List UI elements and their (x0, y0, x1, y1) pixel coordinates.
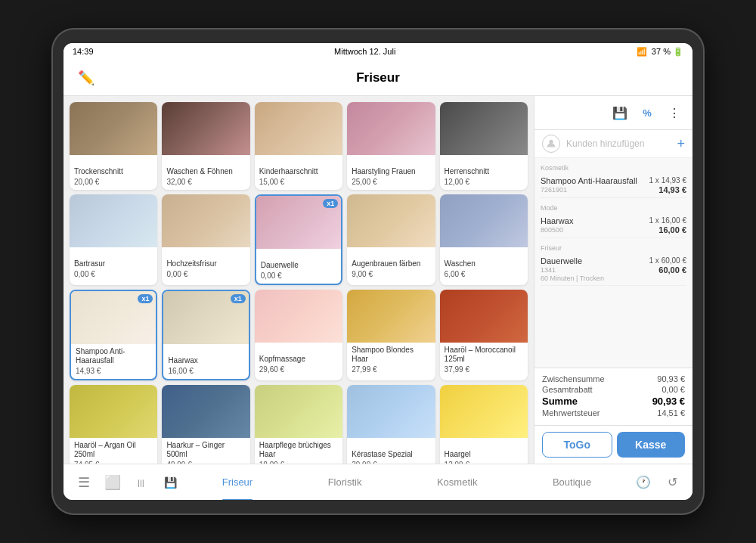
order-item-price: 60,00 € (658, 265, 686, 275)
product-name: Shampoo Anti-Haarausfall (76, 347, 151, 365)
nav-tab-floristik[interactable]: Floristik (321, 464, 370, 501)
product-card[interactable]: Trockenschnitt 20,00 € (70, 102, 157, 190)
order-section-label: Mode (541, 204, 686, 212)
product-card[interactable]: Waschen & Föhnen 32,00 € (162, 102, 249, 190)
product-card[interactable]: Waschen 6,00 € (440, 194, 528, 285)
order-items: Kosmetik Shampoo Anti-Haarausfall 1 x 14… (534, 158, 692, 368)
product-card[interactable]: x1 Dauerwelle 0,00 € (255, 194, 342, 285)
order-section-label: Kosmetik (541, 164, 686, 172)
order-item-code: 800500 (541, 226, 563, 234)
product-info: Shampoo Anti-Haarausfall 14,93 € (71, 344, 156, 379)
order-item-price: 14,93 € (658, 185, 686, 194)
product-card[interactable]: Kérastase Spezial 39,99 € (347, 385, 435, 464)
togo-button[interactable]: ToGo (542, 432, 612, 458)
product-name: Bartrasur (74, 250, 153, 268)
product-grid-container[interactable]: Trockenschnitt 20,00 € Waschen & Föhnen … (64, 96, 534, 464)
nav-tab-friseur[interactable]: Friseur (215, 464, 260, 501)
product-name: Haaröl – Argan Oil 250ml (74, 441, 153, 459)
product-name: Shampoo Blondes Haar (352, 346, 430, 364)
product-name: Haarpflege brüchiges Haar (259, 441, 338, 459)
product-image (347, 290, 435, 343)
product-price: 74,95 € (74, 461, 153, 464)
nav-refresh-icon[interactable]: ↺ (658, 464, 686, 500)
product-name: Haaröl – Moroccanoil 125ml (445, 346, 523, 364)
add-customer-row[interactable]: Kunden hinzufügen + (534, 130, 692, 158)
product-card[interactable]: Hochzeitsfrisur 0,00 € (162, 194, 249, 285)
product-card[interactable]: Kopfmassage 29,60 € (255, 290, 342, 380)
product-card[interactable]: Haaröl – Argan Oil 250ml 74,95 € (70, 385, 157, 464)
order-section: Friseur Dauerwelle 1 x 60,00 € 1341 60,0… (541, 244, 686, 286)
product-card[interactable]: Haarstyling Frauen 25,00 € (347, 102, 435, 190)
product-card[interactable]: x1 Haarwax 16,00 € (162, 290, 249, 380)
product-card[interactable]: x1 Shampoo Anti-Haarausfall 14,93 € (70, 290, 157, 380)
customer-avatar-icon (542, 135, 560, 153)
product-info: Haarwax 16,00 € (163, 344, 248, 379)
battery-indicator: 37 % 🔋 (652, 47, 683, 57)
nav-menu-icon[interactable]: ☰ (70, 464, 98, 500)
header: ✏️ Friseur (64, 60, 692, 96)
product-card[interactable]: Herrenschnitt 12,00 € (440, 102, 528, 190)
product-info: Augenbrauen färben 9,00 € (347, 247, 435, 282)
product-name: Dauerwelle (261, 252, 336, 270)
order-item-qty: 1 x 14,93 € (649, 176, 686, 185)
nav-display-icon[interactable]: ⬜ (98, 464, 127, 500)
order-item[interactable]: Dauerwelle 1 x 60,00 € 1341 60,00 € 60 M… (541, 253, 686, 286)
product-image (255, 290, 342, 343)
product-info: Haarpflege brüchiges Haar 18,99 € (255, 438, 342, 464)
product-price: 0,00 € (261, 272, 336, 280)
nav-tab-boutique[interactable]: Boutique (545, 464, 599, 501)
zwischensumme-label: Zwischensumme (542, 374, 605, 383)
order-item[interactable]: Haarwax 1 x 16,00 € 800500 16,00 € (541, 213, 686, 238)
product-name: Haarkur – Ginger 500ml (166, 441, 245, 459)
status-time: 14:39 (73, 47, 94, 56)
order-item[interactable]: Shampoo Anti-Haarausfall 1 x 14,93 € 726… (541, 173, 686, 198)
product-name: Augenbrauen färben (352, 250, 430, 268)
product-price: 27,99 € (352, 365, 430, 374)
product-card[interactable]: Haarpflege brüchiges Haar 18,99 € (255, 385, 342, 464)
product-image (440, 385, 528, 438)
ipad-frame: 14:39 Mittwoch 12. Juli 📶 37 % 🔋 ✏️ Fris… (53, 29, 703, 514)
discount-button[interactable]: % (637, 102, 658, 123)
product-price: 39,99 € (352, 461, 430, 464)
nav-clock-icon[interactable]: 🕐 (629, 464, 658, 500)
product-card[interactable]: Bartrasur 0,00 € (70, 194, 157, 285)
product-image (255, 102, 342, 155)
product-name: Hochzeitsfrisur (166, 250, 245, 268)
product-info: Haargel 13,99 € (440, 438, 528, 464)
product-price: 15,00 € (259, 178, 338, 186)
product-card[interactable]: Kinderhaarschnitt 15,00 € (255, 102, 342, 190)
order-section-label: Friseur (541, 244, 686, 252)
product-name: Kinderhaarschnitt (259, 158, 338, 176)
add-customer-label: Kunden hinzufügen (566, 138, 644, 149)
add-customer-plus-icon[interactable]: + (677, 136, 685, 152)
nav-save-icon[interactable]: 💾 (156, 464, 184, 500)
edit-icon[interactable]: ✏️ (76, 67, 97, 88)
product-info: Bartrasur 0,00 € (70, 247, 157, 282)
product-card[interactable]: Augenbrauen färben 9,00 € (347, 194, 435, 285)
gesamtrabatt-label: Gesamtrabatt (542, 385, 593, 394)
main-content: Trockenschnitt 20,00 € Waschen & Föhnen … (64, 96, 692, 464)
more-options-button[interactable]: ⋮ (664, 102, 685, 123)
product-name: Trockenschnitt (74, 158, 153, 176)
nav-tab-kosmetik[interactable]: Kosmetik (429, 464, 485, 501)
order-item-qty: 1 x 60,00 € (649, 256, 686, 265)
nav-filter-icon[interactable]: ⫼ (127, 464, 156, 500)
product-card[interactable]: Shampoo Blondes Haar 27,99 € (347, 290, 435, 380)
product-card[interactable]: Haarkur – Ginger 500ml 49,99 € (162, 385, 249, 464)
product-price: 37,99 € (445, 365, 523, 374)
product-image (70, 102, 157, 155)
zwischensumme-value: 90,93 € (657, 374, 685, 383)
product-image (162, 102, 249, 155)
product-card[interactable]: Haaröl – Moroccanoil 125ml 37,99 € (440, 290, 528, 380)
product-price: 9,00 € (352, 270, 430, 278)
order-item-qty: 1 x 16,00 € (649, 216, 686, 225)
order-item-code: 1341 (541, 266, 556, 274)
product-name: Waschen (445, 250, 523, 268)
product-card[interactable]: Haargel 13,99 € (440, 385, 528, 464)
save-button[interactable]: 💾 (609, 102, 631, 123)
product-info: Trockenschnitt 20,00 € (70, 155, 157, 190)
product-price: 20,00 € (74, 178, 153, 186)
kasse-button[interactable]: Kasse (617, 432, 686, 458)
status-bar: 14:39 Mittwoch 12. Juli 📶 37 % 🔋 (64, 43, 692, 60)
product-name: Kérastase Spezial (352, 441, 430, 459)
